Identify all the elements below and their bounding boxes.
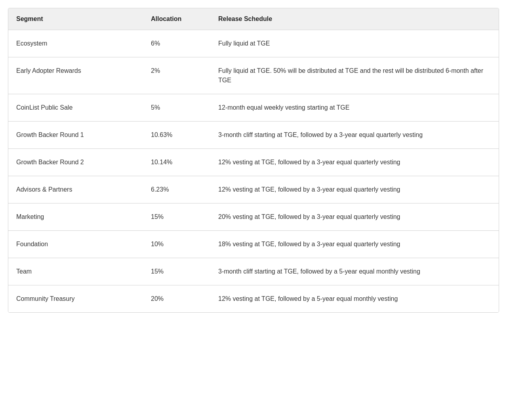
cell-allocation: 5% [143, 94, 210, 122]
cell-release-schedule: 12% vesting at TGE, followed by a 3-year… [210, 149, 499, 176]
table-row: Team15%3-month cliff starting at TGE, fo… [8, 258, 499, 285]
table-row: Ecosystem6%Fully liquid at TGE [8, 30, 499, 57]
table-row: Foundation10%18% vesting at TGE, followe… [8, 231, 499, 258]
cell-release-schedule: 20% vesting at TGE, followed by a 3-year… [210, 203, 499, 231]
cell-release-schedule: 3-month cliff starting at TGE, followed … [210, 258, 499, 285]
cell-segment: Ecosystem [8, 30, 143, 57]
cell-allocation: 15% [143, 258, 210, 285]
allocation-table: Segment Allocation Release Schedule Ecos… [8, 8, 499, 312]
table-row: CoinList Public Sale5%12-month equal wee… [8, 94, 499, 122]
table-row: Marketing15%20% vesting at TGE, followed… [8, 203, 499, 231]
table-row: Community Treasury20%12% vesting at TGE,… [8, 285, 499, 313]
cell-segment: Early Adopter Rewards [8, 57, 143, 94]
table-row: Growth Backer Round 110.63%3-month cliff… [8, 122, 499, 149]
table-row: Advisors & Partners6.23%12% vesting at T… [8, 176, 499, 203]
cell-allocation: 10% [143, 231, 210, 258]
table-header-row: Segment Allocation Release Schedule [8, 8, 499, 30]
cell-segment: Marketing [8, 203, 143, 231]
cell-segment: Team [8, 258, 143, 285]
header-segment: Segment [8, 8, 143, 30]
cell-allocation: 15% [143, 203, 210, 231]
cell-segment: Foundation [8, 231, 143, 258]
cell-release-schedule: 12% vesting at TGE, followed by a 5-year… [210, 285, 499, 313]
allocation-table-container: Segment Allocation Release Schedule Ecos… [8, 8, 499, 313]
header-release-schedule: Release Schedule [210, 8, 499, 30]
cell-segment: Growth Backer Round 1 [8, 122, 143, 149]
cell-allocation: 6.23% [143, 176, 210, 203]
cell-segment: Growth Backer Round 2 [8, 149, 143, 176]
cell-release-schedule: 18% vesting at TGE, followed by a 3-year… [210, 231, 499, 258]
cell-release-schedule: 12% vesting at TGE, followed by a 3-year… [210, 176, 499, 203]
cell-release-schedule: Fully liquid at TGE. 50% will be distrib… [210, 57, 499, 94]
table-row: Growth Backer Round 210.14%12% vesting a… [8, 149, 499, 176]
cell-allocation: 20% [143, 285, 210, 313]
table-row: Early Adopter Rewards2%Fully liquid at T… [8, 57, 499, 94]
cell-allocation: 10.63% [143, 122, 210, 149]
cell-release-schedule: 12-month equal weekly vesting starting a… [210, 94, 499, 122]
header-allocation: Allocation [143, 8, 210, 30]
cell-release-schedule: 3-month cliff starting at TGE, followed … [210, 122, 499, 149]
cell-allocation: 10.14% [143, 149, 210, 176]
cell-segment: Advisors & Partners [8, 176, 143, 203]
cell-allocation: 2% [143, 57, 210, 94]
cell-segment: CoinList Public Sale [8, 94, 143, 122]
cell-release-schedule: Fully liquid at TGE [210, 30, 499, 57]
cell-allocation: 6% [143, 30, 210, 57]
cell-segment: Community Treasury [8, 285, 143, 313]
